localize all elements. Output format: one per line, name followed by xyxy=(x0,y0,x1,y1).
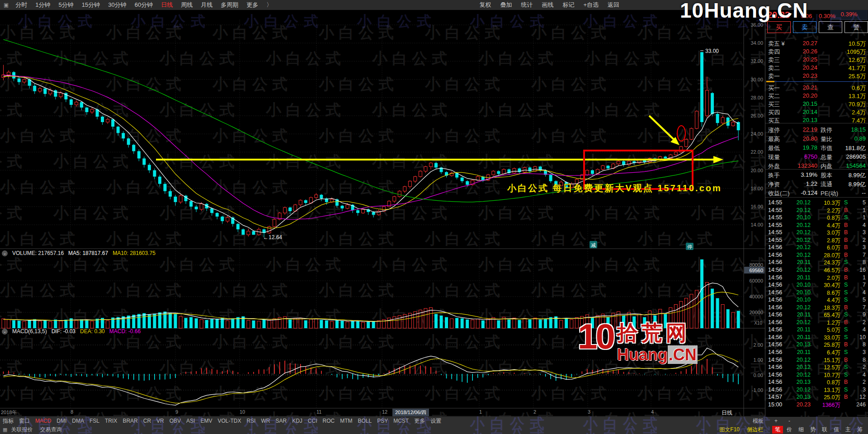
candle-body-up xyxy=(268,226,271,233)
alert-button[interactable]: 警 xyxy=(844,21,868,33)
indicator-item-mtm[interactable]: MTM xyxy=(340,418,352,424)
menu-item-0[interactable]: 分时 xyxy=(15,1,27,9)
volume-bar-up xyxy=(59,321,62,328)
menu-item-1[interactable]: 1分钟 xyxy=(35,1,50,9)
panel-tab-6[interactable]: 主 xyxy=(843,426,854,434)
menu-right-item-1[interactable]: 叠加 xyxy=(500,1,512,9)
indicator-item-cci[interactable]: CCI xyxy=(308,418,317,424)
price-tick-label: 20.00 xyxy=(750,168,763,173)
buy-button[interactable]: 买 xyxy=(767,21,791,33)
indicator-item-更多[interactable]: 更多 xyxy=(414,417,425,425)
indicator-item-macd[interactable]: MACD xyxy=(35,418,51,424)
volume-header: ⌄ VOLUME: 217657.16MA5: 187817.67MA10: 2… xyxy=(2,250,160,256)
sell-button[interactable]: 卖 xyxy=(793,21,816,33)
menu-right-item-6[interactable]: 返回 xyxy=(608,1,619,9)
menu-right-item-2[interactable]: 统计 xyxy=(521,1,533,9)
panel-divider xyxy=(765,123,868,123)
bid-row-label[interactable]: 买一 xyxy=(768,84,780,92)
panel-tab-5[interactable]: 值 xyxy=(831,426,842,434)
tick-volume: 4.4万 xyxy=(812,297,840,304)
volume-bar-up xyxy=(179,316,182,328)
bid-row-label[interactable]: 买三 xyxy=(768,100,780,108)
menu-item-7[interactable]: 周线 xyxy=(181,1,193,9)
ask-row-label[interactable]: 卖一 xyxy=(768,72,780,80)
indicator-item-cr[interactable]: CR xyxy=(143,418,151,424)
panel-tab-0[interactable]: 笔 xyxy=(772,426,783,434)
template-control-0[interactable]: 模板 xyxy=(753,417,764,425)
menu-right-item-4[interactable]: 标记 xyxy=(562,1,574,9)
indicator-bar: 指标窗口MACDDMIDMAFSLTRIXBRARCRVROBVASIEMVVO… xyxy=(0,417,868,425)
candlestick-chart[interactable]: 36.0034.0032.0030.0028.0026.0024.0022.00… xyxy=(0,0,765,434)
menu-item-2[interactable]: 5分钟 xyxy=(59,1,74,9)
indicator-item-vr[interactable]: VR xyxy=(156,418,164,424)
indicator-item-asi[interactable]: ASI xyxy=(186,418,195,424)
menu-item-4[interactable]: 30分钟 xyxy=(108,1,126,9)
statusbar-left-0[interactable]: 关联报价 xyxy=(11,426,33,434)
ask-row-label[interactable]: 卖二 xyxy=(768,64,780,72)
statusbar-right-1[interactable]: 侧边栏 xyxy=(747,426,763,434)
indicator-group-1[interactable]: 窗口 xyxy=(19,417,30,425)
panel-tab-7[interactable]: 筹 xyxy=(854,426,865,434)
ask-row-label[interactable]: 卖三 xyxy=(768,56,780,64)
bid-row-label[interactable]: 买五 xyxy=(768,117,780,125)
bid-row-label[interactable]: 买四 xyxy=(768,108,780,117)
indicator-group-0[interactable]: 指标 xyxy=(3,417,14,425)
indicator-item-dmi[interactable]: DMI xyxy=(57,418,66,424)
indicator-item-wr[interactable]: WR xyxy=(261,418,270,424)
menu-right-item-0[interactable]: 复权 xyxy=(479,1,491,9)
template-control-2[interactable]: - xyxy=(788,418,790,424)
window-icon[interactable]: ▣ xyxy=(4,2,9,8)
indicator-item-obv[interactable]: OBV xyxy=(170,418,181,424)
volume-bar-up xyxy=(90,321,94,328)
menu-item-8[interactable]: 月线 xyxy=(201,1,212,9)
panel-tab-1[interactable]: 价 xyxy=(784,426,795,434)
menu-item-6[interactable]: 日线 xyxy=(161,1,173,9)
bid-row-label[interactable]: 买二 xyxy=(768,92,780,100)
resistance-arrowhead xyxy=(713,156,723,163)
status-bar: ▦关联报价交易查询图文F10侧边栏笔价细势联值主筹 xyxy=(0,425,868,434)
indicator-item-rsi[interactable]: RSI xyxy=(246,418,255,424)
ask-row-label[interactable]: 卖五 ¥ xyxy=(768,40,785,48)
tick-price: 20.11 xyxy=(787,334,811,340)
ask-row-label[interactable]: 卖四 xyxy=(768,48,780,56)
query-button[interactable]: 查 xyxy=(819,21,842,33)
menu-right-item-3[interactable]: 画线 xyxy=(542,1,553,9)
panel-tab-4[interactable]: 联 xyxy=(819,426,830,434)
indicator-item-brar[interactable]: BRAR xyxy=(123,418,137,424)
panel-tab-3[interactable]: 势 xyxy=(807,426,818,434)
volume-bar-down xyxy=(445,317,448,329)
menu-item-9[interactable]: 多周期 xyxy=(221,1,238,9)
menu-right-item-5[interactable]: +自选 xyxy=(583,1,599,9)
indicator-item-roc[interactable]: ROC xyxy=(323,418,335,424)
candle-body-up xyxy=(429,163,432,167)
candle-body-down xyxy=(70,99,73,105)
indicator-item-dma[interactable]: DMA xyxy=(72,418,84,424)
volume-bar-down xyxy=(184,318,188,328)
chevron-down-icon[interactable]: ⌄ xyxy=(2,329,8,335)
volume-bar-down xyxy=(174,314,177,329)
tick-time: 14:56 xyxy=(768,334,782,340)
template-control-1[interactable]: + xyxy=(774,418,778,424)
indicator-item-vol-tdx[interactable]: VOL-TDX xyxy=(217,418,241,424)
menu-item-5[interactable]: 60分钟 xyxy=(135,1,153,9)
indicator-item-trix[interactable]: TRIX xyxy=(105,418,117,424)
menu-more-arrow-icon[interactable]: 〉 xyxy=(266,1,272,9)
candle-body-up xyxy=(617,161,620,164)
indicator-item-fsl[interactable]: FSL xyxy=(90,418,99,424)
indicator-item-boll[interactable]: BOLL xyxy=(358,418,372,424)
candle-body-up xyxy=(106,119,109,122)
indicator-item-sar[interactable]: SAR xyxy=(275,418,287,424)
tick-volume: 25.0万 xyxy=(812,394,840,401)
panel-tab-2[interactable]: 细 xyxy=(796,426,807,434)
chevron-down-icon[interactable]: ⌄ xyxy=(2,250,8,256)
indicator-item-psy[interactable]: PSY xyxy=(377,418,388,424)
menu-item-10[interactable]: 更多 xyxy=(246,1,258,9)
indicator-item-emv[interactable]: EMV xyxy=(200,418,212,424)
statusbar-right-0[interactable]: 图文F10 xyxy=(719,426,740,434)
statusbar-left-1[interactable]: 交易查询 xyxy=(40,426,61,434)
tick-price: 20.13 xyxy=(787,341,811,348)
indicator-item-mcst[interactable]: MCST xyxy=(393,418,409,424)
menu-item-3[interactable]: 15分钟 xyxy=(82,1,100,9)
indicator-item-kdj[interactable]: KDJ xyxy=(292,418,302,424)
indicator-item-设置[interactable]: 设置 xyxy=(430,417,441,425)
